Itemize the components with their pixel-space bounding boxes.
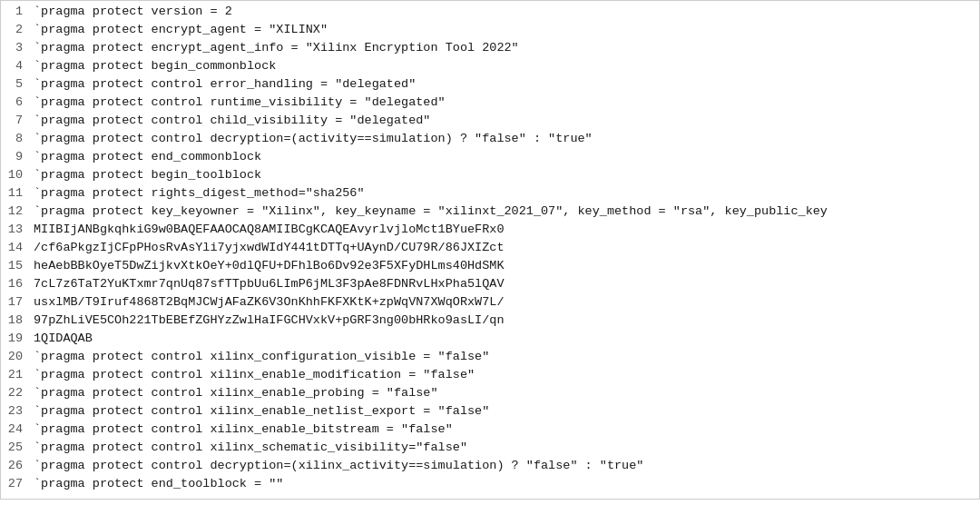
line-number: 6 xyxy=(1,95,30,109)
code-line: 27`pragma protect end_toolblock = "" xyxy=(1,477,979,495)
line-number: 2 xyxy=(1,23,30,36)
line-content: heAebBBkOyeT5DwZijkvXtkOeY+0dlQFU+DFhlBo… xyxy=(30,259,504,272)
code-line: 21`pragma protect control xilinx_enable_… xyxy=(1,368,979,386)
line-number: 19 xyxy=(1,332,30,345)
line-number: 22 xyxy=(1,386,30,400)
code-line: 11`pragma protect rights_digest_method="… xyxy=(1,186,979,204)
code-line: 7`pragma protect control child_visibilit… xyxy=(1,114,979,132)
line-number: 17 xyxy=(1,295,30,309)
line-content: `pragma protect end_toolblock = "" xyxy=(30,477,283,490)
line-number: 11 xyxy=(1,186,30,200)
line-number: 9 xyxy=(1,150,30,163)
line-content: MIIBIjANBgkqhkiG9w0BAQEFAAOCAQ8AMIIBCgKC… xyxy=(30,223,504,236)
code-line: 20`pragma protect control xilinx_configu… xyxy=(1,350,979,368)
code-line: 191QIDAQAB xyxy=(1,332,979,350)
line-content: `pragma protect control xilinx_configura… xyxy=(30,350,489,363)
line-content: `pragma protect rights_digest_method="sh… xyxy=(30,186,365,200)
code-line: 4`pragma protect begin_commonblock xyxy=(1,59,979,77)
line-content: `pragma protect control xilinx_enable_ne… xyxy=(30,404,489,418)
line-content: `pragma protect begin_toolblock xyxy=(30,168,261,182)
line-content: `pragma protect control xilinx_enable_bi… xyxy=(30,422,453,436)
line-content: 97pZhLiVE5COh221TbEBEfZGHYzZwlHaIFGCHVxk… xyxy=(30,313,504,327)
line-content: `pragma protect control decryption=(acti… xyxy=(30,132,593,145)
code-line: 13MIIBIjANBgkqhkiG9w0BAQEFAAOCAQ8AMIIBCg… xyxy=(1,223,979,241)
code-line: 2`pragma protect encrypt_agent = "XILINX… xyxy=(1,23,979,41)
code-line: 24`pragma protect control xilinx_enable_… xyxy=(1,422,979,441)
line-number: 15 xyxy=(1,259,30,272)
line-number: 3 xyxy=(1,41,30,54)
line-number: 18 xyxy=(1,313,30,327)
line-content: `pragma protect control decryption=(xili… xyxy=(30,459,643,472)
line-content: `pragma protect control error_handling =… xyxy=(30,77,416,91)
code-line: 8`pragma protect control decryption=(act… xyxy=(1,132,979,150)
line-number: 23 xyxy=(1,404,30,418)
line-content: `pragma protect control child_visibility… xyxy=(30,114,430,127)
code-line: 17usxlMB/T9Iruf4868T2BqMJCWjAFaZK6V3OnKh… xyxy=(1,295,979,313)
code-line: 23`pragma protect control xilinx_enable_… xyxy=(1,404,979,422)
code-line: 9`pragma protect end_commonblock xyxy=(1,150,979,168)
line-number: 24 xyxy=(1,422,30,436)
line-content: `pragma protect encrypt_agent_info = "Xi… xyxy=(30,41,519,54)
line-number: 1 xyxy=(1,5,30,18)
line-number: 4 xyxy=(1,59,30,73)
code-line: 3`pragma protect encrypt_agent_info = "X… xyxy=(1,41,979,59)
code-line: 12`pragma protect key_keyowner = "Xilinx… xyxy=(1,204,979,223)
code-line: 1897pZhLiVE5COh221TbEBEfZGHYzZwlHaIFGCHV… xyxy=(1,313,979,332)
line-number: 12 xyxy=(1,204,30,218)
line-number: 14 xyxy=(1,241,30,254)
line-number: 27 xyxy=(1,477,30,490)
line-number: 20 xyxy=(1,350,30,363)
line-content: `pragma protect end_commonblock xyxy=(30,150,261,163)
line-number: 26 xyxy=(1,459,30,472)
line-number: 25 xyxy=(1,441,30,454)
code-line: 22`pragma protect control xilinx_enable_… xyxy=(1,386,979,404)
line-content: `pragma protect control xilinx_enable_mo… xyxy=(30,368,475,381)
code-editor: 1`pragma protect version = 22`pragma pro… xyxy=(0,0,980,500)
line-content: 1QIDAQAB xyxy=(30,332,93,345)
code-line: 1`pragma protect version = 2 xyxy=(1,5,979,23)
line-content: usxlMB/T9Iruf4868T2BqMJCWjAFaZK6V3OnKhhF… xyxy=(30,295,504,309)
line-content: /cf6aPkgzIjCFpPHosRvAsYli7yjxwdWIdY441tD… xyxy=(30,241,504,254)
code-line: 25`pragma protect control xilinx_schemat… xyxy=(1,441,979,459)
line-number: 13 xyxy=(1,223,30,236)
code-line: 26`pragma protect control decryption=(xi… xyxy=(1,459,979,477)
code-line: 167cL7z6TaT2YuKTxmr7qnUq87sfTTpbUu6LImP6… xyxy=(1,277,979,295)
line-content: `pragma protect control xilinx_schematic… xyxy=(30,441,467,454)
line-content: `pragma protect control xilinx_enable_pr… xyxy=(30,386,438,400)
line-content: `pragma protect control runtime_visibili… xyxy=(30,95,446,109)
code-line: 15heAebBBkOyeT5DwZijkvXtkOeY+0dlQFU+DFhl… xyxy=(1,259,979,277)
line-content: `pragma protect encrypt_agent = "XILINX" xyxy=(30,23,328,36)
line-number: 5 xyxy=(1,77,30,91)
line-number: 16 xyxy=(1,277,30,291)
line-number: 7 xyxy=(1,114,30,127)
line-content: `pragma protect begin_commonblock xyxy=(30,59,276,73)
line-content: `pragma protect key_keyowner = "Xilinx",… xyxy=(30,204,828,218)
code-line: 14/cf6aPkgzIjCFpPHosRvAsYli7yjxwdWIdY441… xyxy=(1,241,979,259)
line-number: 21 xyxy=(1,368,30,381)
line-content: `pragma protect version = 2 xyxy=(30,5,232,18)
line-content: 7cL7z6TaT2YuKTxmr7qnUq87sfTTpbUu6LImP6jM… xyxy=(30,277,504,291)
line-number: 10 xyxy=(1,168,30,182)
code-line: 6`pragma protect control runtime_visibil… xyxy=(1,95,979,114)
line-number: 8 xyxy=(1,132,30,145)
code-line: 5`pragma protect control error_handling … xyxy=(1,77,979,95)
code-line: 10`pragma protect begin_toolblock xyxy=(1,168,979,186)
